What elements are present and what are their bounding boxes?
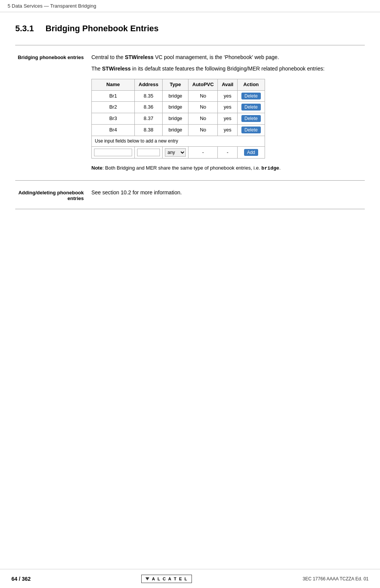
delete-button-1[interactable]: Delete [241, 93, 261, 99]
cell-name-1: Br1 [92, 90, 135, 102]
cell-name-2: Br2 [92, 102, 135, 113]
section-number: 5.3.1 [15, 24, 34, 33]
add-name-cell [92, 146, 135, 158]
phonebook-table-container: Name Address Type AutoPVC Avail Action B… [91, 79, 365, 159]
cell-autopvc-2: No [188, 102, 218, 113]
brand-stwireless-1: STWireless [125, 54, 153, 60]
cell-avail-2: yes [218, 102, 238, 113]
cell-name-4: Br4 [92, 124, 135, 136]
cell-action-4: Delete [237, 124, 265, 136]
header-bar: 5 Data Services — Transparent Bridging [0, 0, 380, 12]
bridging-content: Central to the STWireless VC pool manage… [91, 53, 365, 173]
brand-stwireless-2: STWireless [102, 66, 131, 72]
cell-address-1: 8.35 [135, 90, 163, 102]
mid-rule [15, 180, 365, 181]
cell-type-3: bridge [163, 113, 188, 125]
phonebook-table: Name Address Type AutoPVC Avail Action B… [91, 79, 265, 159]
type-select[interactable]: any [165, 148, 186, 157]
new-entry-note: Use input fields below to add a new entr… [92, 136, 265, 146]
cell-address-2: 8.36 [135, 102, 163, 113]
col-header-address: Address [135, 79, 163, 90]
adding-content: See section 10.2 for more information. [91, 188, 365, 201]
cell-address-3: 8.37 [135, 113, 163, 125]
add-type-cell: any [163, 146, 188, 158]
add-button[interactable]: Add [244, 149, 258, 156]
new-address-input[interactable] [137, 149, 160, 156]
main-content: 5.3.1 Bridging Phonebook Entries Bridgin… [0, 12, 380, 247]
bottom-rule [15, 209, 365, 209]
new-name-input[interactable] [94, 149, 132, 156]
alcatel-logo: A L C A T E L [141, 575, 192, 583]
cell-address-4: 8.38 [135, 124, 163, 136]
logo-text: A L C A T E L [152, 577, 188, 581]
cell-avail-4: yes [218, 124, 238, 136]
col-header-autopvc: AutoPVC [188, 79, 218, 90]
new-entry-note-row: Use input fields below to add a new entr… [92, 136, 265, 146]
add-autopvc-cell: - [188, 146, 218, 158]
add-action-cell: Add [237, 146, 265, 158]
cell-type-2: bridge [163, 102, 188, 113]
intro-para-1: Central to the STWireless VC pool manage… [91, 53, 365, 61]
table-row: Br1 8.35 bridge No yes Delete [92, 90, 265, 102]
triangle-icon [145, 577, 149, 580]
note-label: Note [91, 165, 102, 171]
intro-para-2: The STWireless in its default state feat… [91, 64, 365, 73]
footer: 64 / 362 A L C A T E L 3EC 17766 AAAA TC… [0, 569, 380, 588]
cell-avail-1: yes [218, 90, 238, 102]
delete-button-4[interactable]: Delete [241, 127, 261, 133]
note-paragraph: Note: Both Bridging and MER share the sa… [91, 164, 365, 173]
col-header-action: Action [237, 79, 265, 90]
table-row: Br3 8.37 bridge No yes Delete [92, 113, 265, 125]
cell-autopvc-4: No [188, 124, 218, 136]
delete-button-2[interactable]: Delete [241, 104, 261, 111]
col-header-type: Type [163, 79, 188, 90]
cell-avail-3: yes [218, 113, 238, 125]
cell-action-2: Delete [237, 102, 265, 113]
cell-autopvc-3: No [188, 113, 218, 125]
col-header-name: Name [92, 79, 135, 90]
cell-type-1: bridge [163, 90, 188, 102]
cell-autopvc-1: No [188, 90, 218, 102]
doc-reference: 3EC 17766 AAAA TCZZA Ed. 01 [303, 576, 369, 582]
delete-button-3[interactable]: Delete [241, 115, 261, 122]
adding-text: See section 10.2 for more information. [91, 188, 365, 197]
table-row: Br2 8.36 bridge No yes Delete [92, 102, 265, 113]
col-header-avail: Avail [218, 79, 238, 90]
cell-action-1: Delete [237, 90, 265, 102]
cell-name-3: Br3 [92, 113, 135, 125]
cell-type-4: bridge [163, 124, 188, 136]
section-heading: Bridging Phonebook Entries [46, 24, 159, 33]
add-entry-row: any - - Add [92, 146, 265, 158]
page-number: 64 / 362 [11, 576, 31, 582]
bridging-section: Bridging phonebook entries Central to th… [15, 53, 365, 173]
adding-label: Adding/deleting phonebook entries [15, 188, 91, 201]
bridging-label: Bridging phonebook entries [15, 53, 91, 173]
note-code: bridge [262, 165, 279, 171]
add-avail-cell: - [218, 146, 238, 158]
top-rule [15, 45, 365, 45]
table-row: Br4 8.38 bridge No yes Delete [92, 124, 265, 136]
section-title: 5.3.1 Bridging Phonebook Entries [15, 24, 365, 34]
breadcrumb: 5 Data Services — Transparent Bridging [8, 3, 96, 9]
adding-section: Adding/deleting phonebook entries See se… [15, 188, 365, 201]
add-address-cell [135, 146, 163, 158]
cell-action-3: Delete [237, 113, 265, 125]
